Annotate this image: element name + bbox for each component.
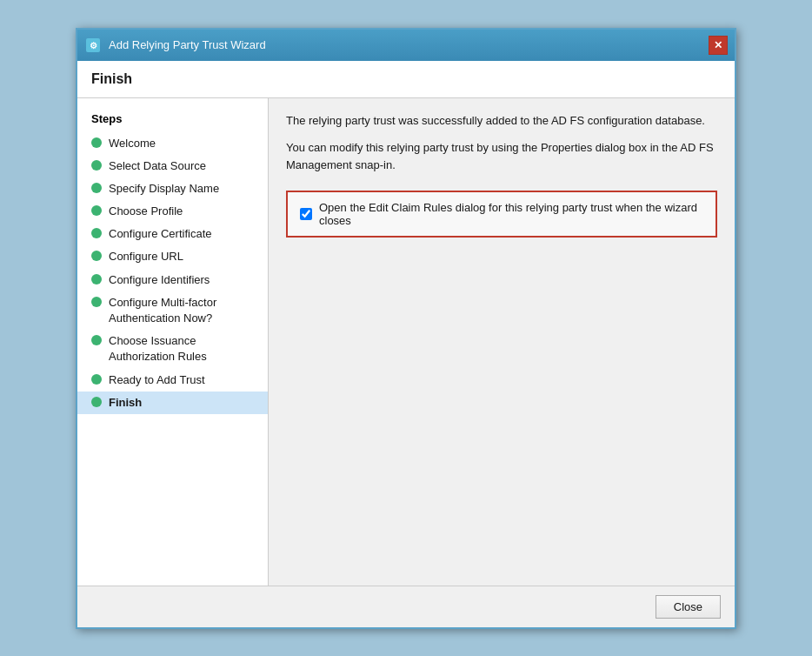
content-area: Steps Welcome Select Data Source Specify…: [77, 98, 735, 586]
sidebar-item-configure-url[interactable]: Configure URL: [77, 245, 268, 268]
sidebar-item-label-configure-multifactor: Configure Multi-factor Authentication No…: [109, 295, 254, 326]
svg-text:⚙: ⚙: [90, 41, 97, 50]
step-dot-choose-issuance: [91, 335, 102, 345]
title-bar-left: ⚙ Add Relying Party Trust Wizard: [84, 37, 266, 54]
dialog-title: Add Relying Party Trust Wizard: [109, 38, 266, 51]
step-dot-welcome: [91, 137, 102, 148]
sidebar-item-label-choose-profile: Choose Profile: [109, 204, 183, 219]
sidebar-item-ready-to-add-trust[interactable]: Ready to Add Trust: [77, 369, 268, 392]
step-dot-specify-display-name: [91, 183, 102, 193]
dialog-footer: Close: [77, 586, 735, 627]
main-panel: The relying party trust was successfully…: [269, 98, 735, 586]
sidebar: Steps Welcome Select Data Source Specify…: [77, 98, 269, 586]
close-window-button[interactable]: ✕: [709, 36, 728, 55]
sidebar-item-specify-display-name[interactable]: Specify Display Name: [77, 177, 268, 200]
dialog-window: ⚙ Add Relying Party Trust Wizard ✕ Finis…: [76, 28, 736, 629]
sidebar-item-label-configure-certificate: Configure Certificate: [109, 226, 212, 242]
sidebar-item-label-welcome: Welcome: [109, 136, 156, 151]
sidebar-item-configure-certificate[interactable]: Configure Certificate: [77, 223, 268, 245]
success-text-line1: The relying party trust was successfully…: [286, 112, 717, 130]
success-text-line2: You can modify this relying party trust …: [286, 139, 717, 173]
step-dot-configure-certificate: [91, 228, 102, 238]
sidebar-item-label-choose-issuance: Choose Issuance Authorization Rules: [109, 333, 254, 365]
sidebar-item-label-ready-to-add-trust: Ready to Add Trust: [109, 372, 205, 388]
edit-claim-rules-label: Open the Edit Claim Rules dialog for thi…: [319, 201, 703, 227]
step-dot-choose-profile: [91, 205, 102, 216]
page-header: Finish: [77, 61, 735, 98]
step-dot-configure-identifiers: [91, 274, 102, 284]
edit-claim-rules-checkbox[interactable]: [300, 208, 312, 220]
sidebar-item-label-finish: Finish: [109, 395, 142, 411]
sidebar-item-configure-multifactor[interactable]: Configure Multi-factor Authentication No…: [77, 291, 268, 330]
sidebar-item-select-data-source[interactable]: Select Data Source: [77, 155, 268, 177]
sidebar-item-choose-issuance[interactable]: Choose Issuance Authorization Rules: [77, 330, 268, 368]
edit-claim-rules-checkbox-container: Open the Edit Claim Rules dialog for thi…: [286, 191, 717, 238]
sidebar-item-label-configure-url: Configure URL: [109, 249, 183, 264]
close-button[interactable]: Close: [656, 595, 721, 619]
page-title: Finish: [91, 71, 721, 87]
step-dot-configure-url: [91, 251, 102, 261]
sidebar-item-finish[interactable]: Finish: [77, 392, 268, 414]
steps-label: Steps: [77, 109, 268, 132]
sidebar-item-label-select-data-source: Select Data Source: [109, 158, 206, 174]
app-icon: ⚙: [84, 37, 102, 54]
sidebar-item-welcome[interactable]: Welcome: [77, 132, 268, 155]
step-dot-ready-to-add-trust: [91, 374, 102, 385]
sidebar-item-label-configure-identifiers: Configure Identifiers: [109, 272, 210, 288]
sidebar-item-label-specify-display-name: Specify Display Name: [109, 181, 219, 197]
sidebar-item-choose-profile[interactable]: Choose Profile: [77, 200, 268, 223]
title-bar: ⚙ Add Relying Party Trust Wizard ✕: [77, 30, 735, 61]
step-dot-configure-multifactor: [91, 297, 102, 307]
step-dot-finish: [91, 397, 102, 407]
step-dot-select-data-source: [91, 160, 102, 171]
sidebar-item-configure-identifiers[interactable]: Configure Identifiers: [77, 269, 268, 291]
